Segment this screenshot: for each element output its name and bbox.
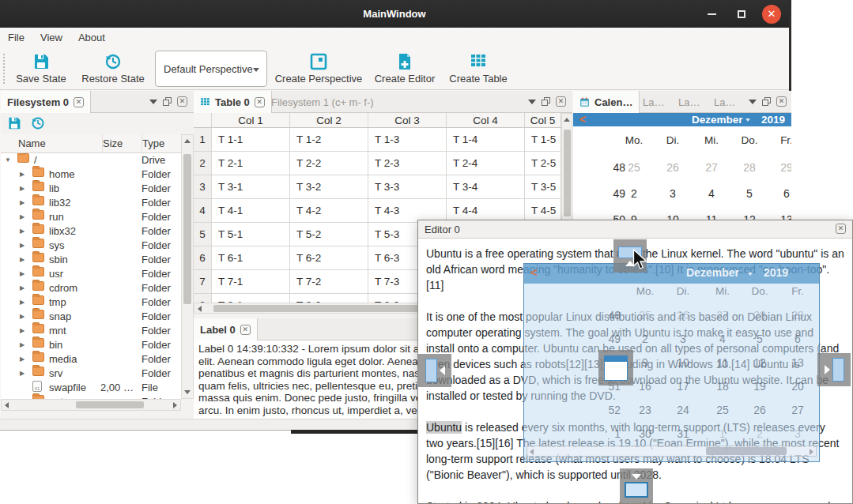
table-cell[interactable]: T 2-3 — [368, 152, 447, 175]
create-editor-button[interactable]: Create Editor — [370, 50, 440, 88]
table-cell[interactable]: T 2-1 — [212, 152, 290, 175]
column-header[interactable]: Col 5 — [525, 113, 561, 128]
column-header[interactable]: Col 1 — [212, 113, 290, 128]
table-cell[interactable]: T 2-2 — [290, 152, 368, 175]
tree-row[interactable]: ▶srvFolder — [1, 367, 181, 381]
expander-closed-icon[interactable]: ▶ — [20, 310, 25, 324]
tree-row[interactable]: ▶mntFolder — [1, 324, 181, 338]
table-cell[interactable]: T 6-2 — [290, 246, 368, 270]
table-cell[interactable]: T 5-1 — [212, 223, 290, 246]
panel-menu-icon[interactable] — [528, 100, 536, 104]
table-cell[interactable]: T 3-4 — [447, 175, 525, 199]
save-state-button[interactable]: Save State — [9, 50, 73, 88]
drop-indicator-bottom[interactable] — [620, 468, 653, 503]
expander-closed-icon[interactable]: ▶ — [20, 253, 25, 267]
tree-row[interactable]: ▶lib32Folder — [1, 196, 181, 210]
close-button[interactable]: ✕ — [762, 5, 781, 24]
expander-closed-icon[interactable]: ▶ — [20, 338, 25, 352]
expander-closed-icon[interactable]: ▶ — [20, 210, 25, 224]
tree-row[interactable]: ▶cdromFolder — [1, 281, 181, 295]
panel-menu-icon[interactable] — [749, 100, 757, 104]
tab-calendar[interactable]: Calen… — [573, 91, 640, 113]
tree-row[interactable]: ▶runFolder — [1, 210, 181, 224]
tab-close-icon[interactable]: ✕ — [255, 97, 265, 107]
expander-closed-icon[interactable]: ▶ — [20, 224, 25, 239]
tree-row[interactable]: ▶libx32Folder — [1, 224, 181, 239]
table-cell[interactable]: T 7-2 — [290, 270, 368, 294]
table-cell[interactable]: T 5-2 — [290, 223, 368, 246]
table-cell[interactable]: T 3-3 — [368, 175, 447, 199]
panel-float-icon[interactable] — [163, 97, 172, 106]
restore-state-button[interactable]: Restore State — [77, 50, 149, 88]
panel-close-icon[interactable]: ✕ — [776, 96, 787, 107]
panel-float-icon[interactable] — [542, 97, 550, 106]
editor-close-icon[interactable]: ✕ — [836, 224, 846, 234]
restore-icon[interactable] — [31, 116, 45, 130]
calendar-day[interactable]: 6 — [774, 186, 791, 201]
row-number[interactable]: 5 — [194, 223, 212, 246]
tab-label-2[interactable]: La… — [672, 91, 706, 113]
tab-close-icon[interactable]: ✕ — [74, 97, 84, 107]
create-table-button[interactable]: Create Table — [446, 50, 511, 88]
panel-close-icon[interactable]: ✕ — [177, 96, 187, 107]
tree-row[interactable]: ▶usrFolder — [1, 267, 181, 281]
drop-indicator-left[interactable] — [418, 354, 451, 387]
calendar-day[interactable]: 25 — [621, 160, 647, 175]
tab-table-0[interactable]: Table 0 ✕ — [194, 91, 272, 113]
expander-open-icon[interactable]: ▼ — [5, 153, 11, 167]
row-number[interactable]: 4 — [194, 199, 212, 223]
calendar-day[interactable]: 4 — [699, 186, 724, 201]
column-header[interactable]: Col 4 — [447, 113, 525, 128]
expander-closed-icon[interactable]: ▶ — [20, 196, 25, 210]
table-cell[interactable]: T 1-1 — [212, 128, 290, 152]
column-header-name[interactable]: Name — [1, 134, 102, 153]
table-cell[interactable]: T 6-1 — [212, 246, 290, 270]
row-number[interactable]: 8 — [194, 294, 212, 303]
tab-label-0[interactable]: Label 0 ✕ — [194, 318, 258, 340]
tree-row[interactable]: ▼/Drive — [1, 153, 181, 167]
calendar-day[interactable]: 27 — [699, 160, 724, 175]
expander-closed-icon[interactable]: ▶ — [20, 352, 25, 367]
tree-row[interactable]: ▶mediaFolder — [1, 352, 181, 367]
tab-close-icon[interactable]: ✕ — [240, 325, 251, 335]
tab-filesystem-0[interactable]: Filesystem 0 ✕ — [1, 91, 91, 113]
menu-view[interactable]: View — [32, 28, 70, 47]
perspective-dropdown[interactable]: Default Perspective — [155, 51, 267, 87]
calendar-day[interactable]: 29 — [774, 160, 791, 175]
minimize-button[interactable] — [702, 5, 721, 24]
column-header-type[interactable]: Type — [142, 134, 181, 153]
table-cell[interactable]: T 1-3 — [368, 128, 447, 152]
calendar-day[interactable]: 26 — [660, 160, 685, 175]
vertical-scrollbar[interactable] — [181, 134, 194, 399]
column-header[interactable]: Col 2 — [290, 113, 368, 128]
expander-closed-icon[interactable]: ▶ — [20, 267, 25, 281]
calendar-day[interactable]: 3 — [660, 186, 685, 201]
window-titlebar[interactable]: MainWindow ✕ — [0, 0, 789, 28]
table-cell[interactable]: T 1-5 — [525, 128, 561, 152]
tree-row[interactable]: ▶sbinFolder — [1, 253, 181, 267]
tree-row[interactable]: ▶snapFolder — [1, 310, 181, 324]
expander-closed-icon[interactable]: ▶ — [20, 182, 25, 196]
drop-indicator-right[interactable] — [817, 353, 851, 386]
save-icon[interactable] — [7, 116, 21, 130]
editor-titlebar[interactable]: Editor 0 ✕ — [418, 220, 852, 239]
panel-close-icon[interactable]: ✕ — [556, 96, 566, 107]
year-field[interactable]: 2019 — [761, 113, 785, 126]
menu-about[interactable]: About — [70, 28, 113, 47]
table-cell[interactable]: T 4-2 — [290, 199, 368, 223]
column-header[interactable]: Col 3 — [368, 113, 447, 128]
panel-menu-icon[interactable] — [149, 100, 157, 104]
menu-file[interactable]: File — [0, 28, 32, 47]
table-cell[interactable]: T 2-5 — [525, 152, 561, 175]
tab-label-3[interactable]: La… — [708, 91, 742, 113]
table-cell[interactable]: T 2-4 — [447, 152, 525, 175]
tree-row[interactable]: ▶binFolder — [1, 338, 181, 352]
expander-closed-icon[interactable]: ▶ — [20, 281, 25, 295]
toolbar-handle[interactable] — [2, 53, 6, 85]
table-cell[interactable]: T 1-2 — [290, 128, 368, 152]
tree-row[interactable]: ▶libFolder — [1, 182, 181, 196]
row-number[interactable]: 3 — [194, 175, 212, 199]
column-header-size[interactable]: Size — [102, 134, 142, 153]
table-cell[interactable]: T 1-4 — [447, 128, 525, 152]
table-cell[interactable]: T 3-2 — [290, 175, 368, 199]
